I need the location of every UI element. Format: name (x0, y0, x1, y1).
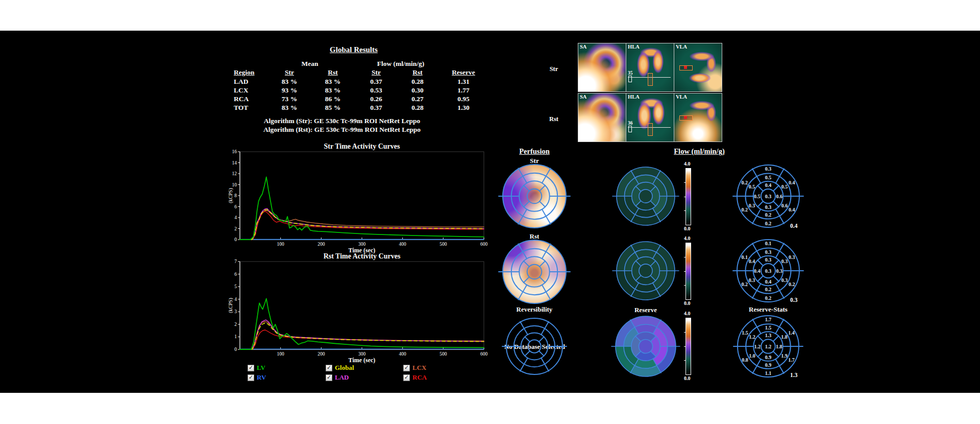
svg-text:0.4: 0.4 (765, 182, 772, 188)
tile-label: VLA (676, 94, 687, 100)
svg-text:1.0: 1.0 (749, 353, 755, 359)
table-cell: 0.28 (400, 104, 435, 112)
colorbar-max-label: 4.0 (684, 235, 691, 241)
spect-vla-rest-image[interactable]: VLA (674, 93, 722, 142)
svg-text:0.5: 0.5 (749, 184, 755, 190)
slice-cursor-handle[interactable] (628, 126, 632, 132)
tile-label: HLA (628, 94, 640, 100)
tile-label: VLA (676, 44, 687, 50)
table-cell: 0.27 (400, 95, 435, 103)
colorbar-min-label: 0.0 (684, 375, 691, 381)
checkbox-lad[interactable]: ✓ (326, 374, 332, 381)
table-cell: 1.77 (446, 86, 481, 95)
svg-text:0.2: 0.2 (742, 180, 748, 185)
svg-text:0.3: 0.3 (781, 277, 788, 283)
svg-text:500: 500 (439, 242, 447, 247)
svg-text:6: 6 (234, 204, 237, 209)
legend-label: RCA (412, 373, 427, 382)
svg-text:1.4: 1.4 (788, 330, 795, 336)
svg-text:600: 600 (480, 351, 488, 357)
col-header-flow-rst: Rst (400, 68, 435, 77)
slice-number: 35 (628, 70, 633, 76)
table-cell: 0.37 (358, 104, 394, 112)
spect-row-label-rst: Rst (544, 115, 564, 123)
svg-text:0.3: 0.3 (789, 254, 795, 260)
legend-item-rca: ✓RCA (403, 373, 427, 382)
spect-vla-stress-image[interactable]: VLA (674, 43, 722, 91)
svg-text:0.6: 0.6 (781, 203, 788, 208)
svg-text:3: 3 (234, 309, 237, 314)
checkbox-rv[interactable]: ✓ (248, 374, 254, 381)
legend-item-global: ✓Global (326, 364, 354, 372)
checkbox-rca[interactable]: ✓ (403, 374, 410, 381)
table-cell: 93 % (272, 86, 307, 95)
col-header-mean-rst: Rst (315, 68, 351, 77)
svg-text:5: 5 (234, 284, 237, 289)
spect-hla-stress-image[interactable]: HLA 35 (626, 43, 674, 91)
svg-text:600: 600 (480, 242, 488, 247)
table-cell: 83 % (272, 78, 307, 86)
svg-text:200: 200 (317, 242, 325, 247)
svg-text:0.6: 0.6 (776, 194, 782, 199)
svg-text:0.2: 0.2 (765, 221, 772, 226)
svg-text:1.8: 1.8 (776, 344, 782, 349)
spect-sa-stress-image[interactable]: SA (578, 43, 626, 91)
curve-lad (240, 208, 484, 240)
roi-center-mark (684, 66, 687, 69)
svg-text:16: 16 (232, 149, 237, 154)
roi-marker[interactable] (679, 65, 693, 70)
svg-text:2: 2 (234, 226, 237, 231)
flow-group-header: Flow (ml/min/g) (365, 60, 436, 68)
svg-text:0.4: 0.4 (749, 258, 755, 264)
table-cell: 83 % (315, 86, 351, 95)
svg-text:500: 500 (439, 351, 447, 357)
perfusion-header: Perfusion (494, 147, 575, 156)
svg-text:0.3: 0.3 (749, 277, 755, 283)
curve-lcx (240, 210, 484, 240)
svg-text:0.2: 0.2 (789, 281, 795, 287)
tile-label: SA (580, 44, 586, 50)
table-cell: LCX (234, 86, 266, 95)
table-cell: 0.26 (358, 95, 394, 103)
roi-marker[interactable] (648, 123, 653, 136)
spect-hla-rest-image[interactable]: HLA 36 (626, 93, 674, 142)
svg-text:0.4: 0.4 (754, 268, 761, 274)
svg-text:0.3: 0.3 (765, 249, 772, 255)
table-cell: 1.31 (446, 78, 481, 86)
colorbar-max-label: 4.0 (684, 311, 691, 316)
colorbar-min-label: 0.0 (684, 300, 691, 306)
curve-lv (240, 177, 484, 240)
svg-text:0.2: 0.2 (765, 295, 772, 301)
curve-lad (240, 320, 484, 349)
reserve-colorbar (685, 318, 691, 375)
svg-text:0.3: 0.3 (765, 166, 772, 172)
svg-text:14: 14 (232, 160, 237, 166)
checkbox-global[interactable]: ✓ (326, 365, 332, 371)
svg-text:12: 12 (232, 171, 237, 176)
col-header-mean-str: Str (272, 68, 307, 77)
svg-text:0.9: 0.9 (765, 355, 772, 360)
svg-text:1.7: 1.7 (788, 357, 795, 363)
legend-item-lcx: ✓LCX (403, 364, 426, 372)
reserve-stats-map: 1.71.41.71.10.81.51.51.81.90.91.01.21.31… (732, 311, 804, 382)
roi-marker[interactable] (648, 73, 653, 86)
algorithm-rst-line: Algorithm (Rst): GE 530c Tc-99m ROI NetR… (230, 126, 454, 134)
checkbox-lv[interactable]: ✓ (248, 365, 254, 371)
table-cell: 0.53 (358, 86, 394, 95)
col-header-flow-str: Str (358, 68, 394, 77)
table-cell: 0.37 (358, 78, 394, 86)
table-cell: 0.30 (400, 86, 435, 95)
global-results-title: Global Results (303, 45, 405, 54)
svg-text:300: 300 (358, 242, 366, 247)
checkbox-lcx[interactable]: ✓ (403, 365, 410, 371)
table-cell: 73 % (272, 95, 307, 103)
svg-text:0.3: 0.3 (765, 268, 772, 274)
roi-marker[interactable] (679, 115, 693, 121)
slice-cursor-handle[interactable] (628, 76, 632, 82)
spect-sa-rest-image[interactable]: SA (578, 93, 626, 142)
table-cell: 0.95 (446, 95, 481, 103)
svg-text:1.5: 1.5 (765, 325, 772, 331)
legend-item-rv: ✓RV (248, 373, 266, 382)
svg-text:1.1: 1.1 (765, 370, 772, 376)
svg-text:400: 400 (399, 242, 407, 247)
